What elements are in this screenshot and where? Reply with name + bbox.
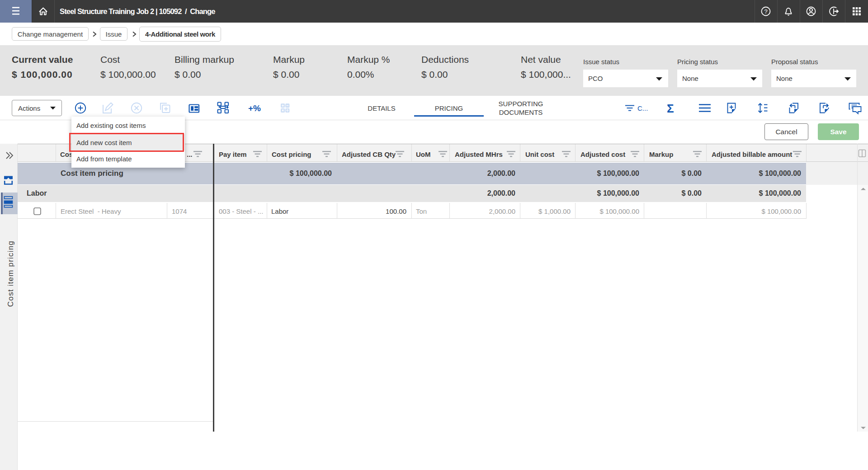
- svg-text:Σ: Σ: [667, 102, 674, 115]
- svg-text:C...: C...: [637, 104, 648, 112]
- svg-text:+%: +%: [248, 103, 261, 113]
